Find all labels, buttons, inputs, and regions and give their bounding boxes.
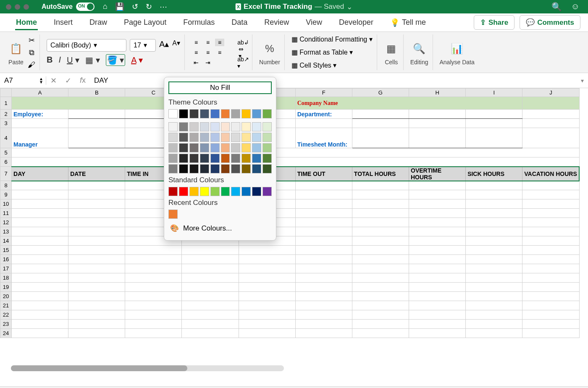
- color-swatch[interactable]: [231, 154, 240, 163]
- font-size-select[interactable]: 17▾: [130, 39, 156, 52]
- indent-inc-icon[interactable]: ⇥: [203, 59, 213, 66]
- color-swatch[interactable]: [231, 133, 240, 142]
- tab-insert[interactable]: Insert: [45, 13, 81, 31]
- color-swatch[interactable]: [221, 133, 230, 142]
- more-colours-option[interactable]: 🎨 More Colours...: [168, 220, 272, 236]
- bold-button[interactable]: B: [47, 55, 52, 65]
- tab-view[interactable]: View: [297, 13, 331, 31]
- number-format[interactable]: % Number: [259, 39, 280, 66]
- color-swatch[interactable]: [262, 154, 272, 163]
- formula-content[interactable]: DAY: [90, 76, 108, 85]
- color-swatch[interactable]: [168, 210, 178, 219]
- color-swatch[interactable]: [179, 187, 188, 196]
- italic-button[interactable]: I: [58, 55, 61, 65]
- color-swatch[interactable]: [221, 154, 230, 163]
- color-swatch[interactable]: [200, 122, 209, 131]
- color-swatch[interactable]: [221, 164, 230, 173]
- color-swatch[interactable]: [242, 133, 251, 142]
- color-swatch[interactable]: [179, 154, 188, 163]
- color-swatch[interactable]: [231, 164, 240, 173]
- color-swatch[interactable]: [252, 133, 261, 142]
- color-swatch[interactable]: [210, 143, 220, 152]
- color-swatch[interactable]: [210, 164, 220, 173]
- color-swatch[interactable]: [252, 164, 261, 173]
- fill-color-button[interactable]: 🪣 ▾: [106, 54, 126, 66]
- color-swatch[interactable]: [252, 154, 261, 163]
- tab-page-layout[interactable]: Page Layout: [116, 13, 175, 31]
- color-swatch[interactable]: [179, 164, 188, 173]
- color-swatch[interactable]: [168, 187, 178, 196]
- color-swatch[interactable]: [189, 133, 199, 142]
- paste-button[interactable]: 📋 Paste: [8, 39, 24, 66]
- font-name-select[interactable]: Calibri (Body)▾: [47, 39, 126, 52]
- color-swatch[interactable]: [200, 109, 209, 118]
- color-swatch[interactable]: [179, 109, 188, 118]
- color-swatch[interactable]: [179, 122, 188, 131]
- search-icon[interactable]: 🔍: [551, 2, 562, 12]
- color-swatch[interactable]: [189, 154, 199, 163]
- format-as-table[interactable]: ▦ Format as Table ▾: [291, 47, 373, 58]
- color-swatch[interactable]: [168, 143, 178, 152]
- tab-home[interactable]: Home: [8, 13, 45, 31]
- color-swatch[interactable]: [231, 187, 240, 196]
- font-color-button[interactable]: A ▾: [131, 55, 143, 65]
- color-swatch[interactable]: [200, 143, 209, 152]
- column-headers[interactable]: ABCDEFGHIJ: [0, 89, 580, 97]
- align-mid-icon[interactable]: ≡: [203, 39, 213, 46]
- align-right-icon[interactable]: ≡: [215, 49, 224, 56]
- color-swatch[interactable]: [168, 109, 178, 118]
- borders-button[interactable]: ▦ ▾: [85, 55, 100, 65]
- horizontal-scrollbar[interactable]: [11, 365, 284, 371]
- color-swatch[interactable]: [168, 154, 178, 163]
- autosave-toggle[interactable]: [76, 3, 94, 11]
- home-icon[interactable]: ⌂: [103, 2, 108, 11]
- color-swatch[interactable]: [231, 122, 240, 131]
- color-swatch[interactable]: [262, 109, 272, 118]
- cell-styles[interactable]: ▦ Cell Styles ▾: [291, 60, 373, 71]
- min-dot[interactable]: [15, 4, 20, 10]
- wrap-text-icon[interactable]: ab↲: [239, 39, 248, 46]
- underline-button[interactable]: U ▾: [67, 55, 79, 65]
- color-swatch[interactable]: [189, 109, 199, 118]
- editing-button[interactable]: 🔍Editing: [410, 39, 428, 66]
- color-swatch[interactable]: [242, 187, 251, 196]
- color-swatch[interactable]: [221, 187, 230, 196]
- tab-review[interactable]: Review: [256, 13, 297, 31]
- comments-button[interactable]: 💬Comments: [520, 15, 580, 30]
- align-top-icon[interactable]: ≡: [192, 39, 201, 46]
- color-swatch[interactable]: [221, 122, 230, 131]
- color-swatch[interactable]: [231, 143, 240, 152]
- title-chevron-icon[interactable]: ⌄: [346, 3, 352, 11]
- cells-button[interactable]: ▦Cells: [384, 39, 399, 66]
- color-swatch[interactable]: [210, 122, 220, 131]
- color-swatch[interactable]: [252, 143, 261, 152]
- color-swatch[interactable]: [200, 164, 209, 173]
- color-swatch[interactable]: [210, 154, 220, 163]
- fx-icon[interactable]: fx: [76, 76, 90, 85]
- color-swatch[interactable]: [262, 143, 272, 152]
- color-swatch[interactable]: [242, 122, 251, 131]
- share-button[interactable]: ⇪Share: [474, 15, 514, 30]
- format-painter-icon[interactable]: 🖌: [28, 60, 35, 69]
- tab-formulas[interactable]: Formulas: [175, 13, 223, 31]
- analyse-data-button[interactable]: 📊Analyse Data: [440, 39, 475, 66]
- color-swatch[interactable]: [252, 122, 261, 131]
- color-swatch[interactable]: [262, 122, 272, 131]
- redo-icon[interactable]: ↻: [146, 2, 152, 11]
- color-swatch[interactable]: [189, 187, 199, 196]
- color-swatch[interactable]: [168, 133, 178, 142]
- color-swatch[interactable]: [252, 109, 261, 118]
- color-swatch[interactable]: [179, 143, 188, 152]
- orientation-icon[interactable]: ab↗ ▾: [239, 59, 248, 66]
- indent-dec-icon[interactable]: ⇤: [192, 59, 201, 66]
- expand-formula-icon[interactable]: ▾: [581, 77, 588, 84]
- close-dot[interactable]: [6, 4, 11, 10]
- color-swatch[interactable]: [210, 133, 220, 142]
- conditional-formatting[interactable]: ▦ Conditional Formatting ▾: [291, 34, 373, 45]
- color-swatch[interactable]: [210, 109, 220, 118]
- spreadsheet-grid[interactable]: ABCDEFGHIJ 1Company Name 2Employee:Depar…: [0, 88, 588, 386]
- color-swatch[interactable]: [200, 133, 209, 142]
- align-left-icon[interactable]: ≡: [192, 49, 201, 56]
- no-fill-option[interactable]: No Fill: [168, 81, 272, 94]
- grow-font-icon[interactable]: A▴: [159, 39, 169, 52]
